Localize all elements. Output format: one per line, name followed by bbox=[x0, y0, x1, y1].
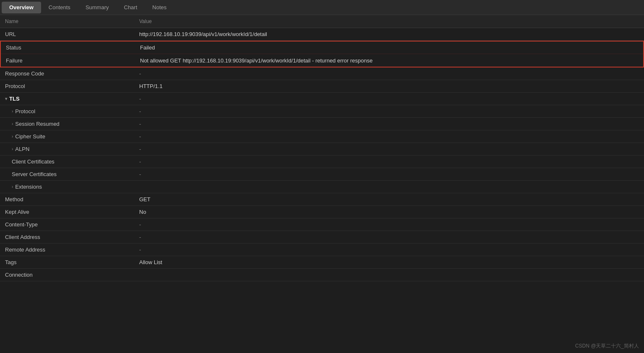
row-value-cipher-suite: - bbox=[134, 130, 644, 143]
row-value-protocol: HTTP/1.1 bbox=[134, 80, 644, 92]
row-name-text-protocol: Protocol bbox=[5, 83, 25, 89]
row-value-session-resumed: - bbox=[134, 118, 644, 130]
row-session-resumed: › Session Resumed- bbox=[0, 118, 644, 130]
row-name-client-certificates: Client Certificates bbox=[0, 156, 134, 168]
table-body: URLhttp://192.168.10.19:9039/api/v1/work… bbox=[0, 28, 644, 281]
row-name-connection: Connection bbox=[0, 269, 134, 281]
row-response-code: Response Code- bbox=[0, 67, 644, 80]
table-header: Name Value bbox=[0, 15, 644, 28]
row-name-text-client-address: Client Address bbox=[5, 234, 40, 240]
header-name: Name bbox=[0, 18, 134, 25]
row-name-text-response-code: Response Code bbox=[5, 70, 44, 77]
row-name-text-client-certificates: Client Certificates bbox=[12, 158, 55, 165]
row-tls: ▾ TLS- bbox=[0, 93, 644, 105]
row-content-type: Content-Type- bbox=[0, 218, 644, 231]
row-value-response-code: - bbox=[134, 67, 644, 80]
row-value-failure: Not allowed GET http://192.168.10.19:903… bbox=[135, 54, 643, 67]
row-alpn: › ALPN- bbox=[0, 143, 644, 156]
row-name-tls[interactable]: ▾ TLS bbox=[0, 93, 134, 105]
row-method: MethodGET bbox=[0, 193, 644, 206]
row-kept-alive: Kept AliveNo bbox=[0, 206, 644, 218]
row-name-response-code: Response Code bbox=[0, 67, 134, 80]
row-name-text-extensions: Extensions bbox=[15, 184, 42, 190]
row-name-text-remote-address: Remote Address bbox=[5, 247, 45, 253]
row-name-cipher-suite[interactable]: › Cipher Suite bbox=[0, 130, 134, 143]
table-container: Name Value URLhttp://192.168.10.19:9039/… bbox=[0, 15, 644, 353]
row-protocol: ProtocolHTTP/1.1 bbox=[0, 80, 644, 93]
row-value-url: http://192.168.10.19:9039/api/v1/work/wo… bbox=[134, 28, 644, 40]
row-value-method: GET bbox=[134, 193, 644, 205]
row-name-text-connection: Connection bbox=[5, 272, 33, 278]
row-value-extensions bbox=[134, 181, 644, 193]
row-failure: FailureNot allowed GET http://192.168.10… bbox=[1, 54, 643, 67]
row-name-text-alpn: ALPN bbox=[15, 146, 29, 152]
tab-contents[interactable]: Contents bbox=[41, 2, 78, 13]
expand-icon-alpn[interactable]: › bbox=[12, 147, 13, 151]
row-name-method: Method bbox=[0, 193, 134, 205]
tab-bar: OverviewContentsSummaryChartNotes bbox=[0, 0, 644, 15]
row-value-connection bbox=[134, 269, 644, 281]
row-name-remote-address: Remote Address bbox=[0, 244, 134, 256]
row-name-text-method: Method bbox=[5, 196, 23, 202]
row-client-address: Client Address- bbox=[0, 231, 644, 244]
tab-chart[interactable]: Chart bbox=[117, 2, 145, 13]
row-cipher-suite: › Cipher Suite- bbox=[0, 130, 644, 143]
row-name-session-resumed[interactable]: › Session Resumed bbox=[0, 118, 134, 130]
row-value-client-address: - bbox=[134, 231, 644, 243]
row-name-content-type: Content-Type bbox=[0, 218, 134, 231]
tab-summary[interactable]: Summary bbox=[78, 2, 117, 13]
row-name-server-certificates: Server Certificates bbox=[0, 168, 134, 180]
row-value-kept-alive: No bbox=[134, 206, 644, 218]
row-name-url: URL bbox=[0, 28, 134, 40]
row-name-text-tls-protocol: Protocol bbox=[15, 108, 35, 114]
row-name-text-tags: Tags bbox=[5, 259, 16, 265]
row-url: URLhttp://192.168.10.19:9039/api/v1/work… bbox=[0, 28, 644, 41]
row-value-client-certificates: - bbox=[134, 156, 644, 168]
row-value-remote-address: - bbox=[134, 244, 644, 256]
row-extensions: › Extensions bbox=[0, 181, 644, 193]
row-name-tags: Tags bbox=[0, 256, 134, 268]
row-name-client-address: Client Address bbox=[0, 231, 134, 243]
row-name-text-tls: TLS bbox=[9, 96, 20, 102]
row-remote-address: Remote Address- bbox=[0, 244, 644, 256]
expand-icon-session-resumed[interactable]: › bbox=[12, 122, 13, 126]
row-status: StatusFailed bbox=[1, 42, 643, 54]
error-group: StatusFailedFailureNot allowed GET http:… bbox=[0, 41, 644, 67]
expand-icon-cipher-suite[interactable]: › bbox=[12, 134, 13, 139]
expand-icon-tls[interactable]: ▾ bbox=[5, 96, 7, 101]
row-name-text-cipher-suite: Cipher Suite bbox=[15, 133, 45, 140]
tab-notes[interactable]: Notes bbox=[145, 2, 174, 13]
row-name-alpn[interactable]: › ALPN bbox=[0, 143, 134, 155]
row-name-kept-alive: Kept Alive bbox=[0, 206, 134, 218]
tab-overview[interactable]: Overview bbox=[2, 2, 41, 13]
row-value-server-certificates: - bbox=[134, 168, 644, 180]
row-value-alpn: - bbox=[134, 143, 644, 155]
row-name-text-failure: Failure bbox=[6, 57, 23, 64]
row-client-certificates: Client Certificates- bbox=[0, 156, 644, 168]
header-value: Value bbox=[134, 18, 644, 25]
row-name-text-server-certificates: Server Certificates bbox=[12, 171, 57, 177]
row-value-content-type: - bbox=[134, 218, 644, 231]
expand-icon-tls-protocol[interactable]: › bbox=[12, 109, 13, 114]
row-value-tls: - bbox=[134, 93, 644, 105]
row-value-tls-protocol: - bbox=[134, 105, 644, 117]
row-name-text-kept-alive: Kept Alive bbox=[5, 209, 29, 215]
row-name-status: Status bbox=[1, 42, 135, 54]
watermark: CSDN @天草二十六_简村人 bbox=[575, 343, 639, 350]
row-name-text-url: URL bbox=[5, 31, 16, 37]
row-connection: Connection bbox=[0, 269, 644, 281]
row-name-text-session-resumed: Session Resumed bbox=[15, 121, 60, 127]
row-tls-protocol: › Protocol- bbox=[0, 105, 644, 118]
row-name-text-status: Status bbox=[6, 44, 21, 51]
row-name-extensions[interactable]: › Extensions bbox=[0, 181, 134, 193]
row-name-tls-protocol[interactable]: › Protocol bbox=[0, 105, 134, 117]
row-server-certificates: Server Certificates- bbox=[0, 168, 644, 181]
row-value-status: Failed bbox=[135, 42, 643, 54]
expand-icon-extensions[interactable]: › bbox=[12, 184, 13, 189]
row-name-failure: Failure bbox=[1, 54, 135, 67]
row-name-text-content-type: Content-Type bbox=[5, 221, 38, 228]
row-tags: TagsAllow List bbox=[0, 256, 644, 269]
row-name-protocol: Protocol bbox=[0, 80, 134, 92]
row-value-tags: Allow List bbox=[134, 256, 644, 268]
